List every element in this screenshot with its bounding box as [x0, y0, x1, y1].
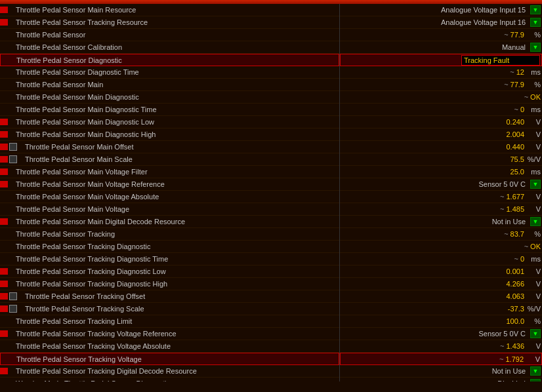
- dropdown-button[interactable]: ▼: [530, 18, 541, 27]
- unit-label: V: [528, 143, 541, 151]
- dropdown-button[interactable]: ▼: [530, 379, 541, 382]
- right-value-label: Sensor 5 0V C: [478, 180, 526, 188]
- unit-label: %: [528, 317, 541, 325]
- numeric-value: -37.3: [508, 305, 524, 313]
- table-row[interactable]: Throttle Pedal Sensor Main Scale: [0, 153, 339, 166]
- table-row[interactable]: Throttle Pedal Sensor Tracking Diagnosti…: [0, 241, 339, 253]
- table-row[interactable]: Throttle Pedal Sensor Main Resource: [0, 4, 339, 16]
- right-row: ~OK: [340, 91, 542, 104]
- unit-label: V: [528, 130, 541, 138]
- unit-label: %: [528, 31, 541, 39]
- table-row[interactable]: Throttle Pedal Sensor Tracking Offset: [0, 290, 339, 303]
- table-row[interactable]: Throttle Pedal Sensor Main Offset: [0, 141, 339, 153]
- table-row[interactable]: Throttle Pedal Sensor Tracking Diagnosti…: [0, 265, 339, 278]
- table-row[interactable]: Warning Mode Throttle Pedal Sensor Diagn…: [0, 378, 339, 382]
- flag-icon: [0, 281, 8, 287]
- table-row[interactable]: Throttle Pedal Sensor Main Voltage Filte…: [0, 166, 339, 178]
- tilde-symbol: ~: [500, 342, 504, 350]
- right-row: -37.3%/V: [340, 303, 542, 315]
- flag-icon: [0, 7, 8, 13]
- unit-label: %/V: [528, 305, 541, 313]
- table-row[interactable]: Throttle Pedal Sensor Tracking Digital D…: [0, 365, 339, 378]
- row-label: Throttle Pedal Sensor Tracking Voltage: [12, 355, 339, 363]
- table-row[interactable]: Throttle Pedal Sensor Tracking Scale: [0, 303, 339, 315]
- flag-icon: [0, 131, 8, 138]
- unit-label: V: [528, 292, 541, 300]
- tilde-symbol: ~: [504, 31, 508, 39]
- table-row[interactable]: Throttle Pedal Sensor Tracking: [0, 228, 339, 241]
- table-row[interactable]: Throttle Pedal Sensor Main Digital Decod…: [0, 216, 339, 228]
- flag-icon: [0, 119, 8, 125]
- right-row: 100.0%: [340, 315, 542, 328]
- table-row[interactable]: Throttle Pedal Sensor Main Diagnostic: [0, 91, 339, 104]
- unit-label: ms: [528, 255, 541, 263]
- right-panel: Analogue Voltage Input 15▼Analogue Volta…: [340, 4, 542, 382]
- table-row[interactable]: Throttle Pedal Sensor Tracking Limit: [0, 315, 339, 328]
- dropdown-button[interactable]: ▼: [530, 329, 541, 338]
- table-row[interactable]: Throttle Pedal Sensor Tracking Voltage R…: [0, 328, 339, 340]
- numeric-value: 0.440: [506, 143, 524, 151]
- table-row[interactable]: Throttle Pedal Sensor Main Diagnostic Hi…: [0, 128, 339, 141]
- table-row[interactable]: Throttle Pedal Sensor: [0, 29, 339, 41]
- right-value-label: Not in Use: [492, 367, 526, 375]
- row-label: Throttle Pedal Sensor Tracking: [12, 230, 339, 238]
- checkbox-icon[interactable]: [9, 305, 17, 313]
- row-label: Throttle Pedal Sensor Main Diagnostic Hi…: [12, 130, 339, 138]
- table-row[interactable]: Throttle Pedal Sensor Tracking Diagnosti…: [0, 253, 339, 265]
- right-row: 0.001V: [340, 265, 542, 278]
- row-icons: [0, 292, 18, 300]
- checkbox-icon[interactable]: [9, 143, 17, 151]
- right-row: 0.440V: [340, 141, 542, 153]
- table-row[interactable]: Throttle Pedal Sensor Main Voltage: [0, 203, 339, 216]
- row-icons: [0, 368, 9, 374]
- main-container: Throttle Pedal Sensor Main ResourceThrot…: [0, 4, 542, 382]
- row-icons: [0, 155, 18, 163]
- row-label: Throttle Pedal Sensor Main Digital Decod…: [12, 218, 339, 225]
- table-row[interactable]: Throttle Pedal Sensor Calibration: [0, 41, 339, 54]
- dropdown-button[interactable]: ▼: [530, 366, 541, 376]
- table-row[interactable]: Throttle Pedal Sensor Main Diagnostic Lo…: [0, 116, 339, 128]
- numeric-value: 77.9: [511, 81, 524, 88]
- table-row[interactable]: Throttle Pedal Sensor Tracking Diagnosti…: [0, 278, 339, 290]
- flag-icon: [0, 293, 8, 300]
- unit-label: V: [528, 118, 541, 126]
- table-row[interactable]: Throttle Pedal Sensor Main Diagnostic Ti…: [0, 104, 339, 116]
- row-label: Throttle Pedal Sensor Tracking Diagnosti…: [12, 280, 339, 288]
- right-row: ~12ms: [340, 66, 542, 79]
- dropdown-button[interactable]: ▼: [530, 180, 541, 189]
- table-row[interactable]: Throttle Pedal Sensor Diagnostic: [0, 54, 339, 66]
- checkbox-icon[interactable]: [9, 292, 17, 300]
- table-row[interactable]: Throttle Pedal Sensor Main: [0, 79, 339, 91]
- right-value-label: Analogue Voltage Input 16: [441, 18, 526, 26]
- row-label: Throttle Pedal Sensor Tracking Diagnosti…: [12, 243, 339, 250]
- numeric-value: 1.677: [506, 193, 524, 201]
- row-label: Throttle Pedal Sensor: [12, 31, 339, 39]
- table-row[interactable]: Throttle Pedal Sensor Diagnostic Time: [0, 66, 339, 79]
- right-row: ~OK: [340, 241, 542, 253]
- dropdown-button[interactable]: ▼: [530, 5, 541, 14]
- unit-label: V: [528, 280, 541, 288]
- row-icons: [0, 119, 9, 125]
- table-row[interactable]: Throttle Pedal Sensor Tracking Voltage A…: [0, 340, 339, 353]
- table-row[interactable]: Throttle Pedal Sensor Main Voltage Absol…: [0, 191, 339, 203]
- checkbox-icon[interactable]: [9, 155, 17, 163]
- dropdown-button[interactable]: ▼: [530, 43, 541, 52]
- right-row: ~0ms: [340, 104, 542, 116]
- row-label: Throttle Pedal Sensor Main Voltage Refer…: [12, 180, 339, 188]
- row-icons: [0, 143, 18, 151]
- tilde-symbol: ~: [514, 106, 518, 113]
- right-value-label: Manual: [502, 43, 526, 51]
- diagnostic-input[interactable]: [461, 55, 540, 66]
- table-row[interactable]: Throttle Pedal Sensor Tracking Voltage: [0, 353, 339, 365]
- status-value: OK: [530, 93, 541, 101]
- row-icons: [0, 330, 9, 337]
- dropdown-button[interactable]: ▼: [530, 217, 541, 226]
- left-panel: Throttle Pedal Sensor Main ResourceThrot…: [0, 4, 340, 382]
- row-label: Throttle Pedal Sensor Main Scale: [21, 155, 339, 163]
- unit-label: %: [528, 230, 541, 238]
- row-label: Throttle Pedal Sensor Tracking Limit: [12, 317, 339, 325]
- table-row[interactable]: Throttle Pedal Sensor Main Voltage Refer…: [0, 178, 339, 191]
- table-row[interactable]: Throttle Pedal Sensor Tracking Resource: [0, 16, 339, 29]
- row-icons: [0, 168, 9, 175]
- tilde-symbol: ~: [524, 243, 528, 250]
